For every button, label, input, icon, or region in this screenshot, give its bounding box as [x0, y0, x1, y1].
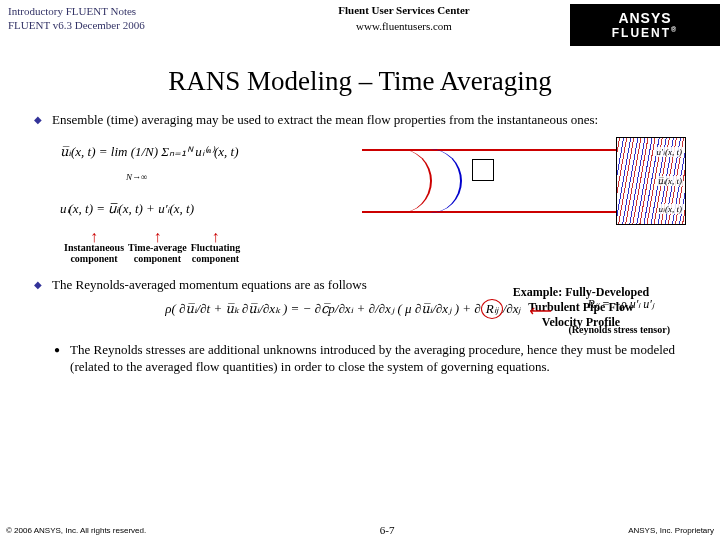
zoom-detail: u′ᵢ(x, t) u̅ᵢ(x, t) uᵢ(x, t): [616, 137, 686, 225]
slide-header: Introductory FLUENT Notes FLUENT v6.3 De…: [0, 0, 720, 48]
slide-title: RANS Modeling – Time Averaging: [0, 66, 720, 97]
brand-logo: ANSYS FLUENT®: [570, 4, 720, 46]
label-u-prime: u′ᵢ(x, t): [656, 147, 683, 157]
proprietary-notice: ANSYS, Inc. Proprietary: [628, 526, 714, 535]
round-bullet-icon: ●: [54, 344, 60, 376]
diamond-bullet-icon: ◆: [34, 114, 42, 129]
label-u-bar: u̅ᵢ(x, t): [656, 176, 683, 186]
label-instantaneous: ↑ Instantaneous component: [64, 231, 124, 264]
up-arrow-icon: ↑: [153, 231, 161, 242]
page-number: 6-7: [380, 524, 395, 536]
diamond-bullet-icon: ◆: [34, 279, 42, 294]
label-fluctuating: ↑ Fluctuating component: [191, 231, 240, 264]
service-url: www.fluentusers.com: [238, 20, 570, 32]
velocity-profile-inst: [392, 149, 462, 213]
sub-bullet-1-text: The Reynolds stresses are additional unk…: [70, 341, 686, 376]
service-center: Fluent User Services Center: [238, 4, 570, 16]
left-arrow-icon: ⟵: [528, 301, 551, 320]
sub-bullet-1: ● The Reynolds stresses are additional u…: [34, 341, 686, 376]
up-arrow-icon: ↑: [211, 231, 219, 242]
pipe-flow-diagram: u′ᵢ(x, t) u̅ᵢ(x, t) uᵢ(x, t): [352, 135, 686, 227]
equations-block: u̅ᵢ(x, t) = lim (1/N) Σₙ₌₁ᴺ uᵢ⁽ⁿ⁾(x, t) …: [54, 135, 344, 227]
copyright: © 2006 ANSYS, Inc. All rights reserved.: [6, 526, 146, 535]
rij-definition: Rᵢⱼ = −ρ u′ᵢ u′ⱼ: [587, 297, 654, 312]
figure-row: u̅ᵢ(x, t) = lim (1/N) Σₙ₌₁ᴺ uᵢ⁽ⁿ⁾(x, t) …: [54, 135, 686, 227]
slide-footer: © 2006 ANSYS, Inc. All rights reserved. …: [0, 520, 720, 540]
label-time-average: ↑ Time-average component: [128, 231, 187, 264]
header-center: Fluent User Services Center www.fluentus…: [238, 4, 570, 32]
course-title: Introductory FLUENT Notes: [8, 4, 238, 18]
equation-1-limit: N→∞: [126, 172, 344, 182]
up-arrow-icon: ↑: [90, 231, 98, 242]
rij-circled: Rᵢⱼ: [481, 299, 503, 319]
bullet-1: ◆ Ensemble (time) averaging may be used …: [34, 111, 686, 129]
label-u: uᵢ(x, t): [658, 204, 684, 214]
version-date: FLUENT v6.3 December 2006: [8, 18, 238, 32]
bullet-1-text: Ensemble (time) averaging may be used to…: [52, 111, 686, 129]
equation-1: u̅ᵢ(x, t) = lim (1/N) Σₙ₌₁ᴺ uᵢ⁽ⁿ⁾(x, t): [60, 144, 344, 160]
component-labels: ↑ Instantaneous component ↑ Time-average…: [64, 231, 686, 264]
brand-fluent: FLUENT®: [612, 26, 679, 40]
equation-2: uᵢ(x, t) = u̅ᵢ(x, t) + u′ᵢ(x, t): [60, 201, 344, 217]
slide-content: ◆ Ensemble (time) averaging may be used …: [0, 97, 720, 376]
zoom-box: [472, 159, 494, 181]
brand-ansys: ANSYS: [618, 10, 671, 26]
header-left: Introductory FLUENT Notes FLUENT v6.3 De…: [8, 4, 238, 33]
momentum-equation: ρ( ∂u̅ᵢ/∂t + u̅ₖ ∂u̅ᵢ/∂xₖ ) = − ∂c̅p/∂xᵢ…: [34, 299, 686, 320]
